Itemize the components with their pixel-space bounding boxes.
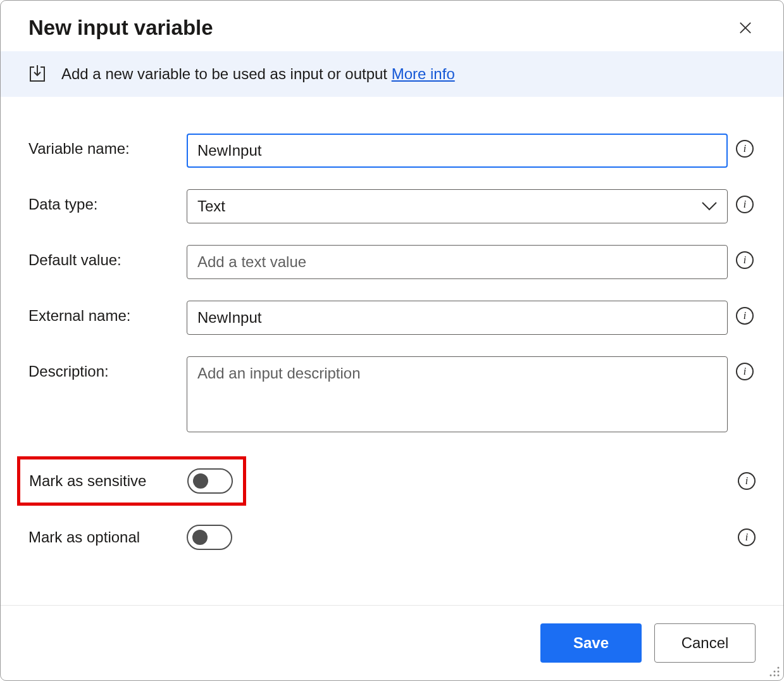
row-mark-optional: Mark as optional i xyxy=(28,525,756,550)
info-bar-message: Add a new variable to be used as input o… xyxy=(61,65,392,82)
svg-point-4 xyxy=(774,671,776,673)
row-variable-name: Variable name: i xyxy=(28,134,756,168)
title-row: New input variable xyxy=(1,1,783,51)
info-icon[interactable]: i xyxy=(736,251,754,269)
svg-point-3 xyxy=(778,667,780,669)
toggle-knob xyxy=(192,530,208,545)
resize-grip-icon[interactable] xyxy=(767,664,781,678)
cancel-button[interactable]: Cancel xyxy=(654,623,756,663)
mark-sensitive-toggle[interactable] xyxy=(187,468,233,494)
data-type-value: Text xyxy=(197,197,225,215)
label-default-value: Default value: xyxy=(28,245,180,269)
close-button[interactable] xyxy=(735,18,756,38)
row-mark-sensitive: Mark as sensitive i xyxy=(28,456,756,506)
row-default-value: Default value: i xyxy=(28,245,756,279)
more-info-link[interactable]: More info xyxy=(392,65,455,82)
external-name-input[interactable] xyxy=(187,301,728,335)
row-external-name: External name: i xyxy=(28,301,756,335)
info-icon[interactable]: i xyxy=(738,528,756,546)
toggle-knob xyxy=(193,473,208,489)
row-description: Description: i xyxy=(28,356,756,435)
data-type-select[interactable]: Text xyxy=(187,189,728,223)
close-icon xyxy=(739,21,752,35)
svg-point-8 xyxy=(778,675,780,677)
mark-optional-toggle[interactable] xyxy=(187,525,232,550)
dialog-title: New input variable xyxy=(28,16,213,40)
label-mark-optional: Mark as optional xyxy=(28,528,147,546)
form: Variable name: i Data type: Text i xyxy=(1,97,783,550)
svg-point-5 xyxy=(778,671,780,673)
info-bar-text: Add a new variable to be used as input o… xyxy=(61,65,455,83)
highlight-mark-sensitive: Mark as sensitive xyxy=(17,456,246,506)
footer: Save Cancel xyxy=(1,605,783,680)
input-box-icon xyxy=(28,65,46,83)
info-icon[interactable]: i xyxy=(736,363,754,380)
label-mark-sensitive: Mark as sensitive xyxy=(29,472,148,490)
svg-point-7 xyxy=(774,675,776,677)
save-button[interactable]: Save xyxy=(540,623,642,663)
row-data-type: Data type: Text i xyxy=(28,189,756,223)
svg-point-6 xyxy=(770,675,772,677)
label-variable-name: Variable name: xyxy=(28,134,180,158)
variable-name-input[interactable] xyxy=(187,134,728,168)
info-icon[interactable]: i xyxy=(736,307,754,325)
new-input-variable-dialog: New input variable Add a new variable to… xyxy=(0,0,784,681)
info-icon[interactable]: i xyxy=(738,472,756,490)
info-icon[interactable]: i xyxy=(736,140,754,158)
label-data-type: Data type: xyxy=(28,189,180,213)
default-value-input[interactable] xyxy=(187,245,728,279)
info-bar: Add a new variable to be used as input o… xyxy=(1,51,783,97)
label-description: Description: xyxy=(28,356,180,380)
description-textarea[interactable] xyxy=(187,356,728,432)
label-external-name: External name: xyxy=(28,301,180,325)
info-icon[interactable]: i xyxy=(736,196,754,213)
